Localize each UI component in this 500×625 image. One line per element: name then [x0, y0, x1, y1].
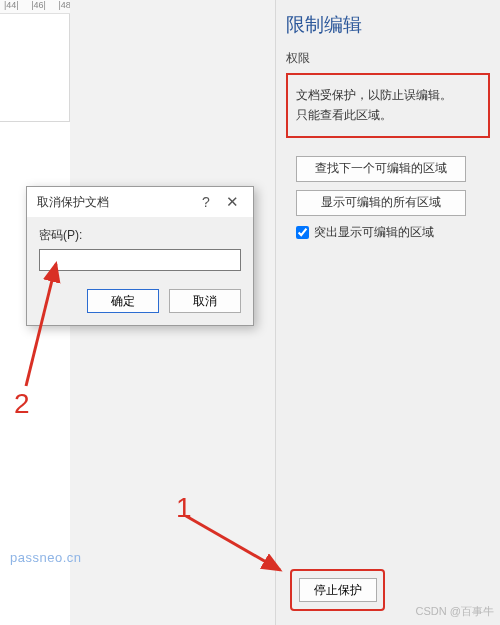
- annotation-number-2: 2: [14, 388, 30, 420]
- highlight-editable-checkbox[interactable]: 突出显示可编辑的区域: [296, 224, 490, 241]
- annotation-number-1: 1: [176, 492, 192, 524]
- info-line-2: 只能查看此区域。: [296, 105, 480, 125]
- watermark-passneo: passneo.cn: [10, 550, 82, 565]
- permissions-heading: 权限: [286, 50, 490, 67]
- highlight-editable-label: 突出显示可编辑的区域: [314, 224, 434, 241]
- protection-info-box: 文档受保护，以防止误编辑。 只能查看此区域。: [286, 73, 490, 138]
- show-all-editable-button[interactable]: 显示可编辑的所有区域: [296, 190, 466, 216]
- ok-button[interactable]: 确定: [87, 289, 159, 313]
- stop-protection-highlight: 停止保护: [290, 569, 385, 611]
- find-next-editable-button[interactable]: 查找下一个可编辑的区域: [296, 156, 466, 182]
- password-label: 密码(P):: [39, 227, 241, 244]
- dialog-titlebar[interactable]: 取消保护文档 ? ✕: [27, 187, 253, 217]
- highlight-editable-check-input[interactable]: [296, 226, 309, 239]
- restrict-editing-pane: 限制编辑 权限 文档受保护，以防止误编辑。 只能查看此区域。 查找下一个可编辑的…: [275, 0, 500, 625]
- dialog-title-text: 取消保护文档: [37, 194, 193, 211]
- pane-title: 限制编辑: [286, 12, 490, 38]
- close-icon[interactable]: ✕: [219, 193, 245, 211]
- document-page-edge: [0, 14, 70, 122]
- help-icon[interactable]: ?: [193, 194, 219, 210]
- unprotect-document-dialog: 取消保护文档 ? ✕ 密码(P): 确定 取消: [26, 186, 254, 326]
- watermark-csdn: CSDN @百事牛: [416, 604, 494, 619]
- stop-protection-button[interactable]: 停止保护: [299, 578, 377, 602]
- cancel-button[interactable]: 取消: [169, 289, 241, 313]
- dialog-body: 密码(P): 确定 取消: [27, 217, 253, 325]
- password-input[interactable]: [39, 249, 241, 271]
- info-line-1: 文档受保护，以防止误编辑。: [296, 85, 480, 105]
